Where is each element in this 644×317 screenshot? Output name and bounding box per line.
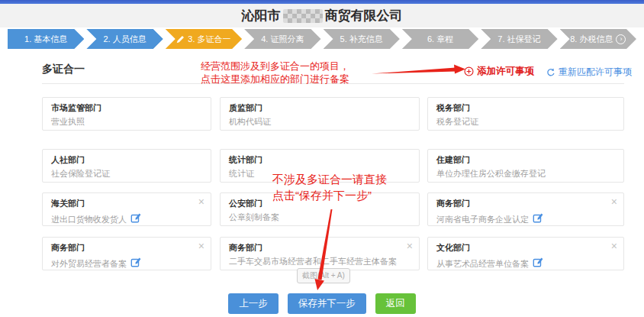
edit-icon[interactable]: [533, 212, 543, 226]
step-supplement-info[interactable]: 5. 补充信息: [324, 29, 400, 49]
pencil-icon: [176, 35, 185, 44]
card-item: 社会保险登记证: [51, 169, 110, 178]
card-item: 进出口货物收发货人: [51, 215, 127, 224]
step-charter[interactable]: 6. 章程: [402, 29, 478, 49]
step-label: 6. 章程: [427, 34, 453, 45]
card-item: 税务登记证: [436, 117, 478, 126]
step-wizard: 1. 基本信息 2. 人员信息 3. 多证合一 4. 证照分离 5. 补充信息 …: [8, 29, 636, 49]
cert-card-market-regulation: 市场监管部门 营业执照: [42, 97, 211, 131]
step-label: 5. 补充信息: [340, 34, 383, 45]
card-item: 二手车交易市场经营者和二手车经营主体备案: [229, 257, 397, 266]
company-name-suffix: 商贸有限公司: [325, 7, 403, 24]
censored-text-block: [283, 9, 323, 23]
step-social-security[interactable]: 7. 社保登记: [481, 29, 557, 49]
close-icon[interactable]: ×: [611, 241, 617, 251]
step-label: 2. 人员信息: [103, 34, 146, 45]
close-icon[interactable]: ×: [407, 241, 413, 251]
card-dept: 质监部门: [229, 103, 411, 113]
card-dept: 文化部门: [436, 243, 615, 253]
cert-card-commerce-ecommerce: × 商务部门 河南省电子商务企业认定: [427, 192, 624, 226]
prev-step-button[interactable]: 上一步: [228, 293, 279, 314]
card-item: 单位办理住房公积金缴存登记: [436, 169, 546, 178]
company-name-prefix: 沁阳市: [242, 7, 281, 24]
edit-icon[interactable]: [533, 257, 543, 270]
company-title-bar: 沁阳市 商贸有限公司: [0, 4, 644, 27]
back-button[interactable]: 返回: [375, 293, 416, 314]
step-label: 4. 证照分离: [261, 34, 304, 45]
card-dept: 海关部门: [51, 199, 202, 209]
cert-card-human-resources: 人社部门 社会保险登记证: [42, 149, 211, 183]
step-label: 7. 社保登记: [497, 34, 540, 45]
step-license-separation[interactable]: 4. 证照分离: [244, 29, 320, 49]
card-dept: 税务部门: [436, 103, 615, 113]
step-personnel-info[interactable]: 2. 人员信息: [86, 29, 163, 49]
refresh-icon: [546, 68, 555, 77]
add-permission-label: 添加许可事项: [477, 65, 534, 78]
card-item: 对外贸易经营者备案: [51, 259, 127, 268]
annotation-line: 不涉及多证合一请直接: [272, 171, 387, 187]
card-dept: 商务部门: [51, 243, 202, 253]
card-dept: 住建部门: [436, 155, 615, 165]
add-permission-link[interactable]: 添加许可事项: [464, 65, 534, 78]
save-next-button[interactable]: 保存并下一步: [288, 293, 366, 314]
cert-card-quality-supervision: 质监部门 机构代码证: [220, 97, 420, 131]
annotation-line: 点击这里添加相应的部门进行备案: [201, 73, 349, 86]
screenshot-tooltip: 截图(Alt + A): [297, 268, 350, 283]
card-dept: 商务部门: [229, 243, 411, 253]
card-dept: 市场监管部门: [51, 103, 202, 113]
page-title: 沁阳市 商贸有限公司: [242, 7, 403, 24]
step-multi-cert[interactable]: 3. 多证合一: [166, 29, 242, 49]
cert-card-culture: × 文化部门 从事艺术品经营单位备案: [427, 237, 624, 270]
card-item: 公章刻制备案: [229, 212, 279, 222]
step-label: 1. 基本信息: [24, 34, 67, 45]
card-item: 机构代码证: [229, 117, 271, 126]
annotation-save-next: 不涉及多证合一请直接 点击“保存并下一步”: [272, 171, 387, 203]
step-tax-info[interactable]: 8. 办税信息 ›: [560, 29, 636, 49]
rematch-permission-label: 重新匹配许可事项: [559, 66, 632, 79]
plus-circle-icon: [464, 66, 474, 76]
card-dept: 人社部门: [51, 155, 202, 165]
annotation-line: 经营范围涉及到多证合一的项目，: [201, 60, 349, 73]
chevron-circle-icon[interactable]: ›: [616, 34, 626, 44]
section-title: 多证合一: [42, 63, 85, 76]
cert-card-customs: × 海关部门 进出口货物收发货人: [42, 192, 211, 226]
cert-card-commerce-used-car: × 商务部门 二手车交易市场经营者和二手车经营主体备案: [220, 237, 420, 270]
footer-button-row: 上一步 保存并下一步 返回: [0, 293, 644, 314]
card-item: 从事艺术品经营单位备案: [436, 259, 529, 268]
edit-icon[interactable]: [130, 257, 141, 270]
cert-card-housing: 住建部门 单位办理住房公积金缴存登记: [427, 149, 624, 183]
step-label: 8. 办税信息: [570, 34, 613, 45]
card-item: 统计证: [229, 169, 254, 178]
close-icon[interactable]: ×: [611, 196, 617, 207]
card-item: 营业执照: [51, 117, 85, 126]
arrow-shaft: [372, 68, 456, 74]
cert-card-commerce-foreign-trade: × 商务部门 对外贸易经营者备案: [42, 237, 211, 270]
close-icon[interactable]: ×: [198, 241, 204, 251]
step-basic-info[interactable]: 1. 基本信息: [8, 29, 84, 49]
rematch-permission-link[interactable]: 重新匹配许可事项: [546, 66, 632, 79]
cert-card-tax: 税务部门 税务登记证: [427, 97, 624, 131]
step-label: 3. 多证合一: [188, 34, 230, 45]
edit-icon[interactable]: [130, 212, 141, 226]
annotation-line: 点击“保存并下一步”: [272, 187, 387, 203]
card-item: 河南省电子商务企业认定: [436, 215, 529, 224]
card-dept: 统计部门: [229, 155, 411, 165]
card-dept: 商务部门: [436, 199, 615, 209]
annotation-add-permission: 经营范围涉及到多证合一的项目， 点击这里添加相应的部门进行备案: [201, 60, 349, 86]
close-icon[interactable]: ×: [198, 196, 204, 207]
